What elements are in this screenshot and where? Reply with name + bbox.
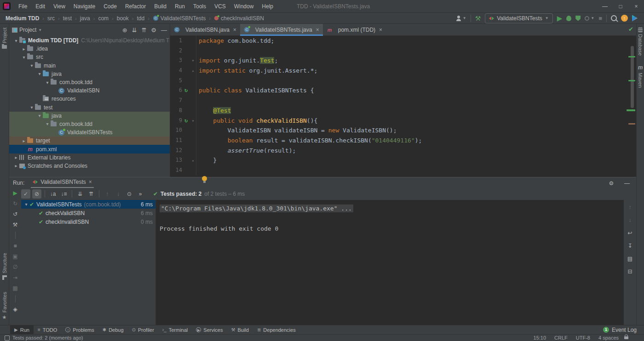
layout-settings-icon[interactable]: ▦ [11, 284, 19, 292]
toolwindow-build-button[interactable]: ⚒Build [227, 325, 253, 334]
search-everywhere-icon[interactable] [611, 15, 617, 21]
close-icon[interactable]: × [628, 0, 644, 13]
line-number[interactable]: 5 [170, 76, 182, 86]
expand-all-icon[interactable]: ⇊ [75, 189, 85, 199]
sort-by-duration-icon[interactable]: ↓≡ [59, 189, 69, 199]
settings-icon[interactable]: ⚙ [607, 179, 616, 188]
code-editor[interactable]: 1package com.book.tdd;23▾import org.juni… [170, 36, 636, 177]
line-number[interactable]: 2 [170, 46, 182, 56]
tree-item-validateisbntests[interactable]: CValidateISBNTests [9, 128, 170, 136]
run-button[interactable]: ▶ [557, 15, 563, 22]
tree-item-java[interactable]: ▾java [9, 112, 170, 120]
run-test-gutter-icon[interactable]: ↻ [182, 85, 190, 96]
toolwindow-toggle-icon[interactable] [5, 335, 10, 341]
menu-file[interactable]: File [14, 3, 31, 10]
suspend-icon[interactable]: ∅ [11, 263, 19, 271]
test-history-icon[interactable]: ⊙ [125, 189, 134, 199]
code-line-10[interactable]: 10 ValidateISBN validateISBN = new Valid… [170, 125, 636, 136]
chevron-down-icon[interactable]: ▾ [21, 55, 27, 60]
toolwindow-maven-button[interactable]: m Maven [637, 64, 644, 88]
toolwindow-todo-button[interactable]: ≡TODO [34, 325, 61, 334]
line-number[interactable]: 1 [170, 36, 182, 46]
menu-edit[interactable]: Edit [31, 3, 49, 10]
maximize-icon[interactable]: □ [613, 0, 628, 13]
test-runner-settings-icon[interactable]: ⚒ [11, 221, 19, 228]
breadcrumb-item-checkinvalidisbn[interactable]: checkInvalidISBN [213, 15, 265, 22]
menu-window[interactable]: Window [230, 3, 258, 10]
code-line-8[interactable]: 8 @Test [170, 106, 636, 116]
intention-bulb-icon[interactable] [202, 176, 207, 181]
breadcrumb-item-com[interactable]: com [97, 15, 109, 22]
tree-item-com-book-tdd[interactable]: ▾com.book.tdd [9, 78, 170, 86]
close-icon[interactable]: × [233, 27, 236, 33]
toolwindow-structure-button[interactable]: Structure [0, 253, 9, 280]
toolwindow-dependencies-button[interactable]: ≣Dependencies [253, 325, 300, 334]
tree-item-scratches-and-consoles[interactable]: ▸Scratches and Consoles [9, 162, 170, 170]
line-number[interactable]: 8 [170, 106, 182, 116]
expand-all-icon[interactable]: ⇊ [132, 27, 137, 33]
toolwindow-terminal-button[interactable]: ›_Terminal [158, 325, 192, 334]
breadcrumb-item-validateisbntests[interactable]: CValidateISBNTests [152, 15, 207, 22]
status-message[interactable]: Tests passed: 2 (moments ago) [12, 335, 83, 341]
settings-icon[interactable]: ⚙ [151, 27, 156, 33]
menu-code[interactable]: Code [99, 3, 121, 10]
close-icon[interactable]: × [379, 27, 382, 33]
event-log-button[interactable]: 1 Event Log [603, 327, 644, 333]
tree-item-external-libraries[interactable]: ▸External Libraries [9, 153, 170, 162]
chevron-down-icon[interactable]: ▾ [29, 63, 35, 68]
toolwindow-profiler-button[interactable]: ⊙Profiler [128, 325, 158, 334]
code-line-4[interactable]: 4▴import static org.junit.Assert.*; [170, 66, 636, 76]
tree-item-src[interactable]: ▾src [9, 53, 170, 61]
tree-item-main[interactable]: ▾main [9, 62, 170, 70]
hide-icon[interactable]: — [161, 27, 167, 33]
code-line-2[interactable]: 2 [170, 46, 636, 56]
coverage-button[interactable] [575, 16, 581, 21]
line-number[interactable]: 3 [170, 56, 182, 66]
run-configuration-select[interactable]: ValidateISBNTests ▼ [485, 13, 552, 23]
fold-open-icon[interactable]: ▾ [190, 56, 196, 66]
chevron-down-icon[interactable]: ▾ [29, 105, 35, 110]
code-line-12[interactable]: 12 assertTrue(result); [170, 146, 636, 156]
line-number[interactable]: 14 [170, 165, 182, 176]
chevron-right-icon[interactable]: ▸ [21, 46, 27, 51]
clear-all-icon[interactable]: ⊟ [626, 267, 635, 276]
lock-icon[interactable] [624, 336, 628, 339]
chevron-right-icon[interactable]: ▸ [13, 163, 19, 168]
inspections-ok-icon[interactable]: ✔ [628, 26, 633, 33]
tree-item-medium-tdd[interactable]: ▾Medium TDD [TDD]C:\Users\Nipuna\Desktop… [9, 36, 170, 45]
debug-button[interactable] [566, 16, 571, 21]
breadcrumb-item-test[interactable]: test [62, 15, 73, 22]
stop-button[interactable]: ■ [598, 15, 602, 21]
project-panel-title[interactable]: Project [19, 27, 36, 33]
chevron-down-icon[interactable]: ▾ [36, 113, 43, 118]
menu-view[interactable]: View [49, 3, 69, 10]
toolwindow-project-button[interactable]: Project [0, 28, 9, 49]
toolwindow-database-button[interactable]: Database [637, 28, 644, 56]
editor-tab-validateisbn-java[interactable]: CValidateISBN.java× [170, 24, 240, 35]
line-separator-select[interactable]: CRLF [554, 335, 568, 341]
breadcrumb-item-java[interactable]: java [79, 15, 91, 22]
locate-icon[interactable]: ⊕ [122, 27, 127, 33]
chevron-down-icon[interactable]: ▾ [44, 80, 51, 85]
menu-run[interactable]: Run [171, 3, 189, 10]
chevron-right-icon[interactable]: ▸ [21, 138, 27, 143]
scroll-up-icon[interactable]: ↑ [626, 203, 635, 212]
test-result-checkvalidisbn[interactable]: ✔checkValidISBN6 ms [21, 209, 155, 217]
code-line-13[interactable]: 13▴ } [170, 155, 636, 165]
chevron-down-icon[interactable]: ▼ [38, 28, 42, 32]
tree-item-pom-xml[interactable]: mpom.xml [9, 145, 170, 153]
tree-item-resources[interactable]: resources [9, 95, 170, 103]
minimize-icon[interactable]: — [597, 0, 613, 13]
chevron-down-icon[interactable]: ▾ [36, 71, 43, 76]
chevron-right-icon[interactable]: ▸ [13, 155, 19, 160]
run-tab[interactable]: ValidateISBNTests × [31, 177, 94, 188]
collapse-all-icon[interactable]: ⇈ [141, 27, 146, 33]
show-passed-icon[interactable]: ✓ [21, 189, 30, 199]
toolwindow-favorites-button[interactable]: Favorites ★ [0, 292, 9, 320]
line-number[interactable]: 7 [170, 96, 182, 106]
toolwindow-services-button[interactable]: ▶Services [192, 325, 227, 334]
fold-open-icon[interactable]: ▾ [190, 116, 196, 126]
chevron-down-icon[interactable]: ▾ [13, 38, 19, 43]
run-test-gutter-icon[interactable]: ↻ [182, 116, 190, 126]
line-number[interactable]: 9 [170, 116, 182, 126]
